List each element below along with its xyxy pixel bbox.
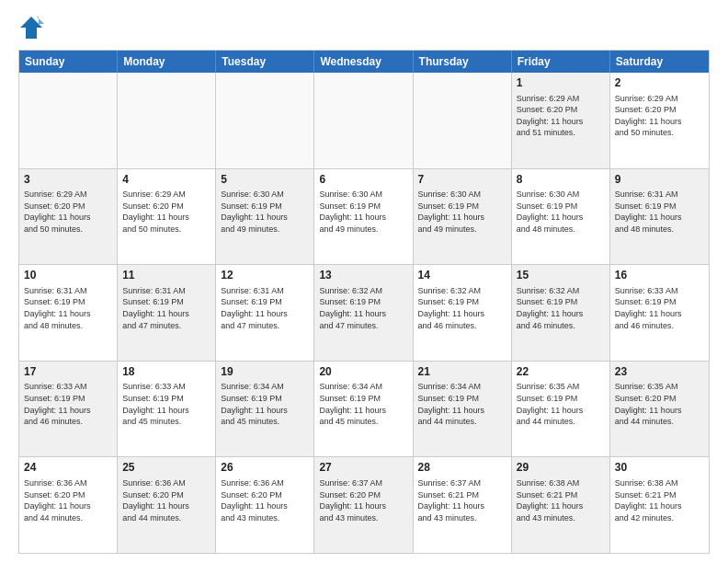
day-number: 7 xyxy=(418,173,506,188)
day-number: 18 xyxy=(122,365,210,380)
day-number: 21 xyxy=(418,365,506,380)
cal-cell: 2Sunrise: 6:29 AM Sunset: 6:20 PM Daylig… xyxy=(610,73,709,168)
cal-row: 24Sunrise: 6:36 AM Sunset: 6:20 PM Dayli… xyxy=(19,456,709,553)
day-number: 6 xyxy=(319,173,407,188)
day-info: Sunrise: 6:33 AM Sunset: 6:19 PM Dayligh… xyxy=(24,381,112,427)
day-info: Sunrise: 6:32 AM Sunset: 6:19 PM Dayligh… xyxy=(418,285,506,331)
cal-cell: 9Sunrise: 6:31 AM Sunset: 6:19 PM Daylig… xyxy=(610,169,709,265)
day-number: 9 xyxy=(615,173,704,188)
cal-cell: 4Sunrise: 6:29 AM Sunset: 6:20 PM Daylig… xyxy=(118,169,216,265)
cal-cell: 12Sunrise: 6:31 AM Sunset: 6:19 PM Dayli… xyxy=(216,265,314,361)
cal-header-day: Saturday xyxy=(610,51,709,73)
day-info: Sunrise: 6:33 AM Sunset: 6:19 PM Dayligh… xyxy=(615,285,704,331)
day-info: Sunrise: 6:34 AM Sunset: 6:19 PM Dayligh… xyxy=(418,381,506,427)
cal-cell: 18Sunrise: 6:33 AM Sunset: 6:19 PM Dayli… xyxy=(118,362,216,457)
day-number: 27 xyxy=(319,461,407,476)
day-number: 25 xyxy=(122,461,210,476)
cal-cell: 24Sunrise: 6:36 AM Sunset: 6:20 PM Dayli… xyxy=(19,457,118,553)
page: SundayMondayTuesdayWednesdayThursdayFrid… xyxy=(0,0,728,563)
day-info: Sunrise: 6:36 AM Sunset: 6:20 PM Dayligh… xyxy=(122,477,210,523)
day-info: Sunrise: 6:36 AM Sunset: 6:20 PM Dayligh… xyxy=(24,477,112,523)
cal-cell: 27Sunrise: 6:37 AM Sunset: 6:20 PM Dayli… xyxy=(314,457,413,553)
day-number: 12 xyxy=(221,269,309,283)
logo xyxy=(18,15,48,40)
cal-row: 1Sunrise: 6:29 AM Sunset: 6:20 PM Daylig… xyxy=(19,73,709,168)
day-number: 17 xyxy=(24,365,112,380)
cal-cell: 28Sunrise: 6:37 AM Sunset: 6:21 PM Dayli… xyxy=(414,457,512,553)
day-number: 4 xyxy=(122,173,210,188)
day-number: 8 xyxy=(517,173,605,188)
day-number: 3 xyxy=(24,173,112,188)
cal-cell: 26Sunrise: 6:36 AM Sunset: 6:20 PM Dayli… xyxy=(216,457,314,553)
cal-row: 17Sunrise: 6:33 AM Sunset: 6:19 PM Dayli… xyxy=(19,361,709,457)
cal-cell: 29Sunrise: 6:38 AM Sunset: 6:21 PM Dayli… xyxy=(512,457,610,553)
cal-cell: 5Sunrise: 6:30 AM Sunset: 6:19 PM Daylig… xyxy=(216,169,314,265)
day-info: Sunrise: 6:32 AM Sunset: 6:19 PM Dayligh… xyxy=(517,285,605,331)
day-number: 20 xyxy=(319,365,407,380)
day-number: 13 xyxy=(319,269,407,283)
calendar-body: 1Sunrise: 6:29 AM Sunset: 6:20 PM Daylig… xyxy=(19,73,709,553)
cal-header-day: Friday xyxy=(512,51,610,73)
cal-cell xyxy=(118,73,216,168)
cal-cell: 1Sunrise: 6:29 AM Sunset: 6:20 PM Daylig… xyxy=(512,73,610,168)
day-info: Sunrise: 6:31 AM Sunset: 6:19 PM Dayligh… xyxy=(122,285,210,331)
day-number: 15 xyxy=(517,269,605,283)
calendar-header: SundayMondayTuesdayWednesdayThursdayFrid… xyxy=(19,51,709,73)
day-info: Sunrise: 6:38 AM Sunset: 6:21 PM Dayligh… xyxy=(517,477,605,523)
calendar: SundayMondayTuesdayWednesdayThursdayFrid… xyxy=(18,50,710,554)
day-info: Sunrise: 6:31 AM Sunset: 6:19 PM Dayligh… xyxy=(615,189,704,235)
day-number: 22 xyxy=(517,365,605,380)
day-info: Sunrise: 6:37 AM Sunset: 6:20 PM Dayligh… xyxy=(319,477,407,523)
header xyxy=(18,15,710,40)
cal-cell: 14Sunrise: 6:32 AM Sunset: 6:19 PM Dayli… xyxy=(414,265,512,361)
day-number: 29 xyxy=(517,461,605,476)
day-info: Sunrise: 6:33 AM Sunset: 6:19 PM Dayligh… xyxy=(122,381,210,427)
day-info: Sunrise: 6:31 AM Sunset: 6:19 PM Dayligh… xyxy=(24,285,112,331)
day-number: 24 xyxy=(24,461,112,476)
day-info: Sunrise: 6:37 AM Sunset: 6:21 PM Dayligh… xyxy=(418,477,506,523)
day-info: Sunrise: 6:31 AM Sunset: 6:19 PM Dayligh… xyxy=(221,285,309,331)
day-info: Sunrise: 6:29 AM Sunset: 6:20 PM Dayligh… xyxy=(122,189,210,235)
cal-cell: 23Sunrise: 6:35 AM Sunset: 6:20 PM Dayli… xyxy=(610,362,709,457)
day-number: 1 xyxy=(517,76,605,91)
day-info: Sunrise: 6:30 AM Sunset: 6:19 PM Dayligh… xyxy=(319,189,407,235)
cal-cell: 11Sunrise: 6:31 AM Sunset: 6:19 PM Dayli… xyxy=(118,265,216,361)
day-info: Sunrise: 6:30 AM Sunset: 6:19 PM Dayligh… xyxy=(221,189,309,235)
cal-cell xyxy=(314,73,413,168)
day-number: 19 xyxy=(221,365,309,380)
cal-cell xyxy=(414,73,512,168)
day-number: 11 xyxy=(122,269,210,283)
cal-header-day: Monday xyxy=(118,51,216,73)
logo-icon xyxy=(18,15,44,40)
svg-marker-1 xyxy=(37,17,44,24)
cal-cell xyxy=(216,73,314,168)
day-number: 2 xyxy=(615,76,704,91)
cal-row: 3Sunrise: 6:29 AM Sunset: 6:20 PM Daylig… xyxy=(19,168,709,265)
cal-cell: 20Sunrise: 6:34 AM Sunset: 6:19 PM Dayli… xyxy=(314,362,413,457)
day-info: Sunrise: 6:34 AM Sunset: 6:19 PM Dayligh… xyxy=(221,381,309,427)
cal-cell xyxy=(19,73,118,168)
day-number: 23 xyxy=(615,365,704,380)
day-number: 16 xyxy=(615,269,704,283)
cal-cell: 7Sunrise: 6:30 AM Sunset: 6:19 PM Daylig… xyxy=(414,169,512,265)
cal-header-day: Sunday xyxy=(19,51,118,73)
day-info: Sunrise: 6:35 AM Sunset: 6:19 PM Dayligh… xyxy=(517,381,605,427)
day-info: Sunrise: 6:30 AM Sunset: 6:19 PM Dayligh… xyxy=(418,189,506,235)
cal-cell: 6Sunrise: 6:30 AM Sunset: 6:19 PM Daylig… xyxy=(314,169,413,265)
cal-cell: 19Sunrise: 6:34 AM Sunset: 6:19 PM Dayli… xyxy=(216,362,314,457)
day-info: Sunrise: 6:35 AM Sunset: 6:20 PM Dayligh… xyxy=(615,381,704,427)
cal-header-day: Tuesday xyxy=(216,51,314,73)
day-info: Sunrise: 6:29 AM Sunset: 6:20 PM Dayligh… xyxy=(615,93,704,139)
cal-cell: 21Sunrise: 6:34 AM Sunset: 6:19 PM Dayli… xyxy=(414,362,512,457)
day-info: Sunrise: 6:38 AM Sunset: 6:21 PM Dayligh… xyxy=(615,477,704,523)
cal-row: 10Sunrise: 6:31 AM Sunset: 6:19 PM Dayli… xyxy=(19,264,709,361)
cal-cell: 25Sunrise: 6:36 AM Sunset: 6:20 PM Dayli… xyxy=(118,457,216,553)
cal-cell: 22Sunrise: 6:35 AM Sunset: 6:19 PM Dayli… xyxy=(512,362,610,457)
day-info: Sunrise: 6:34 AM Sunset: 6:19 PM Dayligh… xyxy=(319,381,407,427)
cal-cell: 3Sunrise: 6:29 AM Sunset: 6:20 PM Daylig… xyxy=(19,169,118,265)
day-info: Sunrise: 6:30 AM Sunset: 6:19 PM Dayligh… xyxy=(517,189,605,235)
cal-cell: 10Sunrise: 6:31 AM Sunset: 6:19 PM Dayli… xyxy=(19,265,118,361)
cal-cell: 15Sunrise: 6:32 AM Sunset: 6:19 PM Dayli… xyxy=(512,265,610,361)
day-number: 28 xyxy=(418,461,506,476)
day-number: 26 xyxy=(221,461,309,476)
